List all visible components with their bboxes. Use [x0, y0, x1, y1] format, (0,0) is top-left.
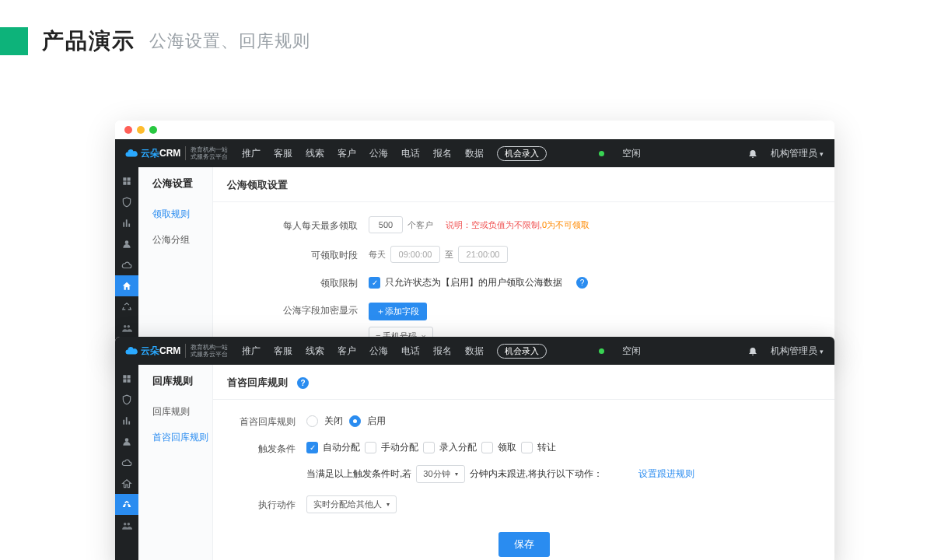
- topnav-item[interactable]: 线索: [306, 345, 324, 358]
- topnav-item[interactable]: 公海: [369, 147, 388, 160]
- subnav: 回库规则 回库规则 首咨回库规则: [138, 365, 213, 560]
- topnav-item[interactable]: 报名: [433, 345, 452, 358]
- topbar: 云朵CRM 教育机构一站式服务云平台 推广 客服 线索 客户 公海 电话 报名 …: [115, 337, 834, 365]
- rail-item-recycle[interactable]: [115, 494, 138, 515]
- label-action: 执行动作: [213, 497, 306, 512]
- bell-icon[interactable]: [747, 148, 758, 159]
- logo: 云朵CRM 教育机构一站式服务云平台: [115, 139, 236, 167]
- chevron-down-icon: ▾: [820, 348, 824, 355]
- radio-on-label: 启用: [367, 415, 386, 428]
- action-select[interactable]: 实时分配给其他人▾: [306, 495, 397, 513]
- cond-text-prefix: 当满足以上触发条件时,若: [306, 467, 411, 481]
- slide-title: 产品演示: [42, 26, 135, 56]
- max-claim-input[interactable]: [369, 216, 403, 233]
- logo: 云朵CRM 教育机构一站式服务云平台: [115, 337, 236, 365]
- help-icon[interactable]: ?: [576, 277, 588, 289]
- opt-label: 自动分配: [323, 441, 360, 454]
- time-from-input[interactable]: [390, 246, 440, 263]
- add-field-button[interactable]: ＋添加字段: [369, 303, 427, 320]
- topnav: 推广 客服 线索 客户 公海 电话 报名 数据 机会录入 空闲: [236, 344, 641, 359]
- cloud-icon: [124, 344, 138, 358]
- topnav-item[interactable]: 客服: [274, 345, 292, 358]
- rail-item-dashboard[interactable]: [115, 368, 138, 389]
- topbar: 云朵CRM 教育机构一站式服务云平台 推广 客服 线索 客户 公海 电话 报名 …: [115, 139, 834, 167]
- subnav-title: 回库规则: [138, 374, 212, 399]
- rail-item-dashboard[interactable]: [115, 170, 138, 191]
- opportunity-pill[interactable]: 机会录入: [497, 146, 547, 161]
- rail-item-cloud[interactable]: [115, 254, 138, 275]
- set-follow-rule-link[interactable]: 设置跟进规则: [638, 467, 694, 481]
- topnav-item[interactable]: 电话: [401, 345, 420, 358]
- window-public-sea-settings: 云朵CRM 教育机构一站式服务云平台 推广 客服 线索 客户 公海 电话 报名 …: [115, 121, 834, 359]
- duration-select[interactable]: 30分钟▾: [416, 465, 464, 483]
- rail-item-recycle[interactable]: [115, 296, 138, 317]
- topnav-item[interactable]: 公海: [369, 345, 388, 358]
- chk-claim[interactable]: [481, 442, 493, 453]
- unit-label: 个客户: [408, 219, 433, 231]
- chevron-down-icon: ▾: [455, 471, 458, 478]
- chk-entry-assign[interactable]: [423, 442, 435, 453]
- rail-item-home[interactable]: [115, 473, 138, 494]
- claim-limit-text: 只允许状态为【启用】的用户领取公海数据: [385, 276, 562, 289]
- chk-transfer[interactable]: [521, 442, 533, 453]
- rail-item-stats[interactable]: [115, 212, 138, 233]
- bell-icon[interactable]: [747, 345, 758, 356]
- radio-on[interactable]: [349, 415, 361, 427]
- chk-auto-assign[interactable]: ✓: [306, 442, 318, 453]
- topnav-item[interactable]: 数据: [465, 345, 484, 358]
- accent-block: [0, 27, 28, 55]
- opportunity-pill[interactable]: 机会录入: [497, 344, 547, 359]
- topnav-item[interactable]: 报名: [433, 147, 452, 160]
- topnav-item[interactable]: 电话: [401, 147, 420, 160]
- topnav-item[interactable]: 数据: [465, 147, 484, 160]
- opt-label: 录入分配: [439, 441, 477, 454]
- status-label: 空闲: [622, 345, 641, 358]
- window-zoom-dot[interactable]: [149, 126, 157, 134]
- opt-label: 手动分配: [381, 441, 418, 454]
- help-icon[interactable]: ?: [297, 377, 309, 389]
- content-title: 公海领取设置: [213, 167, 834, 202]
- topnav-item[interactable]: 客服: [274, 147, 292, 160]
- rail-item-team[interactable]: [115, 317, 138, 338]
- label-mask-fields: 公海字段加密显示: [213, 303, 369, 317]
- rail-item-stats[interactable]: [115, 410, 138, 431]
- rail-item-user[interactable]: [115, 233, 138, 254]
- user-menu[interactable]: 机构管理员▾: [771, 147, 824, 160]
- status-label: 空闲: [622, 147, 641, 160]
- rail-item-cloud[interactable]: [115, 452, 138, 473]
- subnav-item-claim-rules[interactable]: 领取规则: [138, 201, 212, 227]
- chk-manual-assign[interactable]: [365, 442, 376, 453]
- topnav-item[interactable]: 客户: [338, 147, 356, 160]
- rail-item-home[interactable]: [115, 275, 138, 296]
- status-dot-icon: [599, 348, 604, 354]
- claim-limit-checkbox[interactable]: ✓: [369, 277, 380, 289]
- radio-off-label: 关闭: [324, 415, 343, 428]
- save-button[interactable]: 保存: [498, 532, 550, 557]
- to-label: 至: [445, 249, 453, 261]
- label-time-range: 可领取时段: [213, 247, 369, 262]
- rail-item-shield[interactable]: [115, 191, 138, 212]
- opt-label: 转让: [537, 441, 556, 454]
- prefix-every-day: 每天: [369, 249, 386, 261]
- chevron-down-icon: ▾: [820, 150, 824, 158]
- rail-item-shield[interactable]: [115, 389, 138, 410]
- label-max-claim: 每人每天最多领取: [213, 218, 369, 233]
- rail-item-user[interactable]: [115, 431, 138, 452]
- user-menu[interactable]: 机构管理员▾: [771, 345, 824, 358]
- cond-text-suffix: 分钟内未跟进,将执行以下动作：: [470, 467, 603, 481]
- window-close-dot[interactable]: [124, 126, 132, 134]
- subnav: 公海设置 领取规则 公海分组: [138, 167, 213, 359]
- subnav-item-return-rules[interactable]: 回库规则: [138, 399, 212, 425]
- radio-off[interactable]: [306, 415, 318, 427]
- subnav-item-groups[interactable]: 公海分组: [138, 227, 212, 253]
- topnav-item[interactable]: 推广: [242, 345, 261, 358]
- window-return-rules: 云朵CRM 教育机构一站式服务云平台 推广 客服 线索 客户 公海 电话 报名 …: [115, 337, 834, 560]
- side-rail: [115, 365, 138, 560]
- topnav-item[interactable]: 线索: [306, 147, 324, 160]
- window-minimize-dot[interactable]: [137, 126, 145, 134]
- time-to-input[interactable]: [458, 246, 508, 263]
- rail-item-team[interactable]: [115, 515, 138, 536]
- topnav-item[interactable]: 推广: [242, 147, 261, 160]
- topnav-item[interactable]: 客户: [338, 345, 356, 358]
- subnav-item-first-consult-rules[interactable]: 首咨回库规则: [138, 425, 212, 450]
